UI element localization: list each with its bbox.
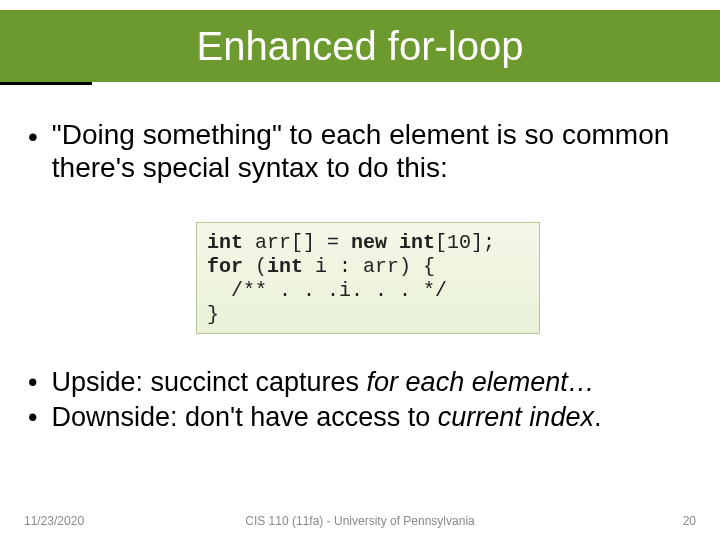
slide-title-text: Enhanced for-loop xyxy=(197,24,524,69)
code-kw: int xyxy=(399,231,435,254)
code-text: } xyxy=(207,303,219,326)
code-kw: for xyxy=(207,255,243,278)
bullet-dot-icon: • xyxy=(28,120,38,153)
bullet-text: "Doing something" to each element is so … xyxy=(52,118,696,184)
bullet-text: Downside: don't have access to current i… xyxy=(51,401,601,434)
slide-title: Enhanced for-loop xyxy=(0,10,720,82)
code-text: [10]; xyxy=(435,231,495,254)
footer-page: 20 xyxy=(683,514,696,528)
bullet-item: • Downside: don't have access to current… xyxy=(28,401,700,434)
code-block: int arr[] = new int[10]; for (int i : ar… xyxy=(196,222,540,334)
bullet-item: • "Doing something" to each element is s… xyxy=(28,118,696,184)
bullet-item: • Upside: succinct captures for each ele… xyxy=(28,366,700,399)
code-kw: new xyxy=(351,231,387,254)
code-text: i : arr) { xyxy=(303,255,435,278)
code-kw: int xyxy=(267,255,303,278)
bullet-text-part: Upside: succinct captures xyxy=(51,367,366,397)
body-bottom: • Upside: succinct captures for each ele… xyxy=(28,366,700,436)
bullet-text-emph: for each element… xyxy=(367,367,595,397)
bullet-dot-icon: • xyxy=(28,366,37,399)
code-text: arr[] = xyxy=(243,231,351,254)
body-top: • "Doing something" to each element is s… xyxy=(28,118,696,194)
title-underline xyxy=(0,82,92,85)
bullet-text-part: . xyxy=(594,402,602,432)
code-text: /** . . .i. . . */ xyxy=(207,279,447,302)
bullet-text-emph: current index xyxy=(438,402,594,432)
code-text xyxy=(387,231,399,254)
bullet-dot-icon: • xyxy=(28,401,37,434)
slide: Enhanced for-loop • "Doing something" to… xyxy=(0,0,720,540)
code-kw: int xyxy=(207,231,243,254)
bullet-text-part: Downside: don't have access to xyxy=(51,402,437,432)
bullet-text: Upside: succinct captures for each eleme… xyxy=(51,366,594,399)
footer-course: CIS 110 (11fa) - University of Pennsylva… xyxy=(0,514,720,528)
code-text: ( xyxy=(243,255,267,278)
